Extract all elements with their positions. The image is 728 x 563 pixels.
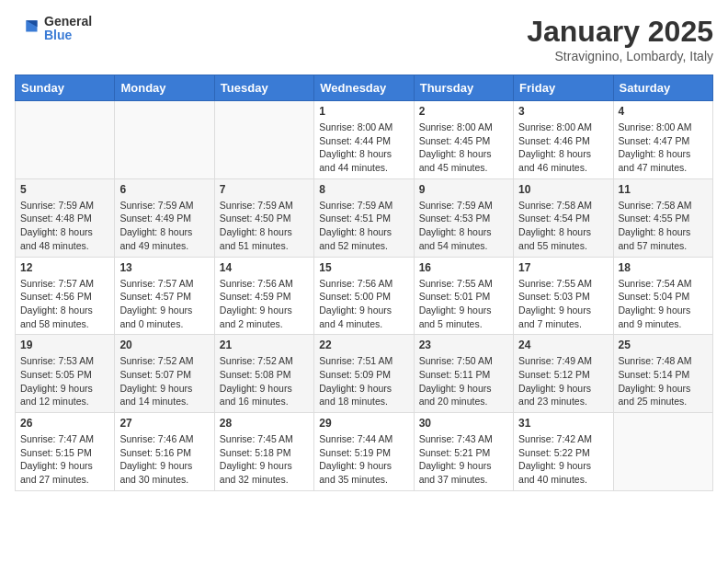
day-info: Sunrise: 7:55 AM Sunset: 5:03 PM Dayligh…: [518, 277, 608, 331]
day-number: 1: [319, 105, 408, 118]
calendar-cell: 4Sunrise: 8:00 AM Sunset: 4:47 PM Daylig…: [613, 101, 712, 179]
calendar-title: January 2025: [527, 15, 713, 49]
calendar-header-thursday: Thursday: [414, 75, 513, 101]
title-area: January 2025 Stravignino, Lombardy, Ital…: [527, 15, 713, 63]
day-number: 13: [119, 261, 209, 274]
calendar-week-row: 26Sunrise: 7:47 AM Sunset: 5:15 PM Dayli…: [16, 413, 713, 491]
calendar-cell: 12Sunrise: 7:57 AM Sunset: 4:56 PM Dayli…: [16, 257, 115, 335]
day-info: Sunrise: 7:53 AM Sunset: 5:05 PM Dayligh…: [20, 354, 109, 408]
calendar-table: SundayMondayTuesdayWednesdayThursdayFrid…: [15, 75, 713, 491]
day-info: Sunrise: 7:44 AM Sunset: 5:19 PM Dayligh…: [319, 432, 408, 487]
day-number: 28: [220, 417, 309, 430]
calendar-cell: 2Sunrise: 8:00 AM Sunset: 4:45 PM Daylig…: [414, 101, 513, 179]
calendar-cell: 6Sunrise: 7:59 AM Sunset: 4:49 PM Daylig…: [115, 178, 214, 257]
day-number: 29: [319, 417, 408, 430]
calendar-cell: 5Sunrise: 7:59 AM Sunset: 4:48 PM Daylig…: [16, 178, 115, 257]
day-info: Sunrise: 8:00 AM Sunset: 4:45 PM Dayligh…: [419, 121, 508, 175]
calendar-header-saturday: Saturday: [613, 75, 712, 101]
day-info: Sunrise: 7:58 AM Sunset: 4:55 PM Dayligh…: [619, 199, 708, 253]
day-number: 23: [419, 339, 508, 351]
calendar-header-tuesday: Tuesday: [214, 75, 313, 101]
day-info: Sunrise: 7:47 AM Sunset: 5:15 PM Dayligh…: [20, 432, 109, 487]
day-number: 22: [319, 339, 408, 351]
calendar-cell: 19Sunrise: 7:53 AM Sunset: 5:05 PM Dayli…: [16, 335, 115, 413]
day-number: 19: [20, 339, 109, 351]
day-number: 2: [419, 105, 508, 118]
day-number: 5: [20, 183, 109, 196]
day-info: Sunrise: 7:57 AM Sunset: 4:57 PM Dayligh…: [119, 277, 209, 331]
day-info: Sunrise: 7:59 AM Sunset: 4:50 PM Dayligh…: [220, 199, 309, 253]
day-info: Sunrise: 8:00 AM Sunset: 4:46 PM Dayligh…: [518, 121, 608, 175]
day-number: 25: [619, 339, 708, 351]
day-info: Sunrise: 7:57 AM Sunset: 4:56 PM Dayligh…: [20, 277, 109, 331]
calendar-header-sunday: Sunday: [16, 75, 115, 101]
logo: General Blue: [15, 15, 92, 43]
day-number: 4: [619, 105, 708, 118]
calendar-cell: 1Sunrise: 8:00 AM Sunset: 4:44 PM Daylig…: [314, 101, 414, 179]
calendar-cell: 14Sunrise: 7:56 AM Sunset: 4:59 PM Dayli…: [214, 257, 313, 335]
day-number: 21: [220, 339, 309, 351]
logo-blue-text: Blue: [44, 29, 92, 42]
day-number: 11: [619, 183, 708, 196]
day-number: 24: [518, 339, 608, 351]
day-info: Sunrise: 7:59 AM Sunset: 4:51 PM Dayligh…: [319, 199, 408, 253]
day-number: 18: [619, 261, 708, 274]
day-info: Sunrise: 7:50 AM Sunset: 5:11 PM Dayligh…: [419, 354, 508, 408]
calendar-header-wednesday: Wednesday: [314, 75, 414, 101]
calendar-week-row: 19Sunrise: 7:53 AM Sunset: 5:05 PM Dayli…: [16, 335, 713, 413]
day-info: Sunrise: 7:56 AM Sunset: 4:59 PM Dayligh…: [220, 277, 309, 331]
day-number: 7: [220, 183, 309, 196]
day-info: Sunrise: 8:00 AM Sunset: 4:44 PM Dayligh…: [319, 121, 408, 175]
day-info: Sunrise: 7:59 AM Sunset: 4:53 PM Dayligh…: [419, 199, 508, 253]
calendar-cell: 11Sunrise: 7:58 AM Sunset: 4:55 PM Dayli…: [613, 178, 712, 257]
calendar-week-row: 12Sunrise: 7:57 AM Sunset: 4:56 PM Dayli…: [16, 257, 713, 335]
calendar-header-row: SundayMondayTuesdayWednesdayThursdayFrid…: [16, 75, 713, 101]
calendar-cell: [613, 413, 712, 491]
calendar-cell: [115, 101, 214, 179]
day-info: Sunrise: 7:59 AM Sunset: 4:49 PM Dayligh…: [119, 199, 209, 253]
calendar-cell: 18Sunrise: 7:54 AM Sunset: 5:04 PM Dayli…: [613, 257, 712, 335]
day-number: 8: [319, 183, 408, 196]
calendar-cell: 24Sunrise: 7:49 AM Sunset: 5:12 PM Dayli…: [514, 335, 613, 413]
day-number: 30: [419, 417, 508, 430]
day-info: Sunrise: 7:46 AM Sunset: 5:16 PM Dayligh…: [119, 432, 209, 487]
calendar-cell: 23Sunrise: 7:50 AM Sunset: 5:11 PM Dayli…: [414, 335, 513, 413]
day-number: 9: [419, 183, 508, 196]
calendar-cell: 27Sunrise: 7:46 AM Sunset: 5:16 PM Dayli…: [115, 413, 214, 491]
day-info: Sunrise: 7:55 AM Sunset: 5:01 PM Dayligh…: [419, 277, 508, 331]
calendar-header-friday: Friday: [514, 75, 613, 101]
calendar-cell: 13Sunrise: 7:57 AM Sunset: 4:57 PM Dayli…: [115, 257, 214, 335]
logo-text: General Blue: [44, 15, 92, 43]
day-number: 16: [419, 261, 508, 274]
calendar-cell: [16, 101, 115, 179]
day-info: Sunrise: 7:45 AM Sunset: 5:18 PM Dayligh…: [220, 432, 309, 487]
calendar-subtitle: Stravignino, Lombardy, Italy: [527, 49, 713, 63]
day-number: 6: [119, 183, 209, 196]
calendar-cell: 10Sunrise: 7:58 AM Sunset: 4:54 PM Dayli…: [514, 178, 613, 257]
calendar-cell: 26Sunrise: 7:47 AM Sunset: 5:15 PM Dayli…: [16, 413, 115, 491]
calendar-cell: 9Sunrise: 7:59 AM Sunset: 4:53 PM Daylig…: [414, 178, 513, 257]
calendar-cell: 7Sunrise: 7:59 AM Sunset: 4:50 PM Daylig…: [214, 178, 313, 257]
day-number: 14: [220, 261, 309, 274]
calendar-cell: 28Sunrise: 7:45 AM Sunset: 5:18 PM Dayli…: [214, 413, 313, 491]
calendar-week-row: 5Sunrise: 7:59 AM Sunset: 4:48 PM Daylig…: [16, 178, 713, 257]
day-number: 10: [518, 183, 608, 196]
calendar-cell: 29Sunrise: 7:44 AM Sunset: 5:19 PM Dayli…: [314, 413, 414, 491]
calendar-header-monday: Monday: [115, 75, 214, 101]
day-info: Sunrise: 7:51 AM Sunset: 5:09 PM Dayligh…: [319, 354, 408, 408]
calendar-week-row: 1Sunrise: 8:00 AM Sunset: 4:44 PM Daylig…: [16, 101, 713, 179]
calendar-cell: 31Sunrise: 7:42 AM Sunset: 5:22 PM Dayli…: [514, 413, 613, 491]
calendar-cell: [214, 101, 313, 179]
day-number: 31: [518, 417, 608, 430]
day-info: Sunrise: 7:56 AM Sunset: 5:00 PM Dayligh…: [319, 277, 408, 331]
calendar-cell: 16Sunrise: 7:55 AM Sunset: 5:01 PM Dayli…: [414, 257, 513, 335]
day-info: Sunrise: 7:52 AM Sunset: 5:08 PM Dayligh…: [220, 354, 309, 408]
day-number: 17: [518, 261, 608, 274]
calendar-cell: 8Sunrise: 7:59 AM Sunset: 4:51 PM Daylig…: [314, 178, 414, 257]
day-number: 3: [518, 105, 608, 118]
day-info: Sunrise: 7:42 AM Sunset: 5:22 PM Dayligh…: [518, 432, 608, 487]
calendar-cell: 30Sunrise: 7:43 AM Sunset: 5:21 PM Dayli…: [414, 413, 513, 491]
day-info: Sunrise: 7:48 AM Sunset: 5:14 PM Dayligh…: [619, 354, 708, 408]
logo-icon: [15, 16, 40, 41]
day-info: Sunrise: 7:58 AM Sunset: 4:54 PM Dayligh…: [518, 199, 608, 253]
